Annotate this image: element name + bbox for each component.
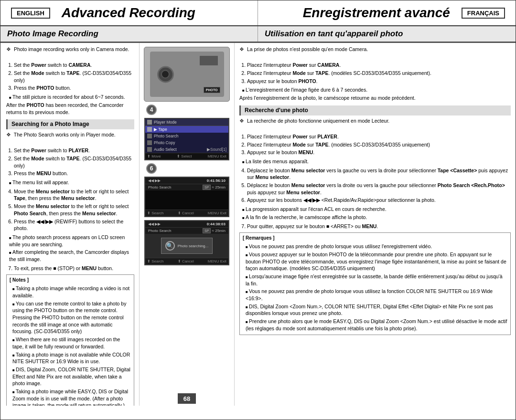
right-steps1: Placez l'interrupteur Power sur CAMERA. … — [239, 62, 511, 84]
photo-search-screen2: ◀◀ ▶▶ 0:44:38:03 Photo Search SP ≈ 25min… — [144, 220, 229, 265]
right-steps3: Déplacez le bouton Menu selector vers la… — [239, 167, 511, 204]
list-item: Placez l'interrupteur Power sur PLAYER. — [247, 133, 511, 140]
list-item: When there are no still images recorded … — [12, 336, 131, 350]
list-item: After completing the search, the Camcord… — [9, 249, 134, 262]
list-item: Press the ◀◀/▶▶ (REW/FF) buttons to sele… — [14, 218, 134, 232]
right-intro: ❖ La prise de photos n'est possible qu'e… — [239, 46, 511, 53]
list-item: Placez l'interrupteur Mode sur TAPE. (mo… — [247, 70, 511, 77]
left-step7: To exit, press the ■ (STOP) or MENU butt… — [6, 265, 134, 272]
left-bullets2: The menu list will appear. — [6, 179, 134, 186]
list-item: DIS, Digital Zoom, COLOR NITE SHUTTER, D… — [12, 366, 131, 387]
menu-row-photosearch: Photo Search — [145, 133, 228, 139]
notes-title: [ Notes ] — [10, 277, 131, 284]
list-item: Placez l'interrupteur Mode sur TAPE. (mo… — [247, 141, 511, 148]
menu-icon — [147, 127, 152, 132]
main-content: ❖ Photo image recording works only in Ca… — [0, 43, 516, 406]
right-notes-title: [ Remarques ] — [243, 235, 507, 242]
left-after-photo: After the PHOTO has been recorded, the C… — [6, 102, 134, 116]
list-item: You can use the remote control to take a… — [12, 300, 131, 335]
step-badge-6: 6 — [146, 163, 157, 174]
left-column: ❖ Photo image recording works only in Ca… — [0, 43, 139, 406]
notes-section: [ Notes ] Taking a photo image while rec… — [6, 274, 134, 406]
searching-label-box: 🔍 Photo searching... — [161, 238, 213, 254]
center-column: PHOTO 4 Player Mode ▶ Tape Photo Search — [139, 43, 235, 406]
list-item: Set the Power switch to PLAYER. — [14, 147, 134, 154]
header-right: Enregistrement avancé FRANÇAIS — [258, 0, 516, 25]
right-steps2: Placez l'interrupteur Power sur PLAYER. … — [239, 133, 511, 156]
subsection-recherche: Recherche d'une photo — [239, 105, 511, 116]
left-steps1: Set the Power switch to CAMERA. Set the … — [6, 62, 134, 92]
list-item: Press the PHOTO button. — [14, 84, 134, 92]
list-item: Press the MENU button. — [14, 170, 134, 177]
list-item: The photo search process appears on LCD … — [9, 234, 134, 248]
page: ENGLISH Advanced Recording Enregistremen… — [0, 0, 516, 420]
menu-row-playermode: Player Mode — [145, 119, 228, 126]
list-item: Set the Mode switch to TAPE. (SC-D353/D3… — [14, 155, 134, 169]
list-item: The still picture is recorded for about … — [9, 94, 134, 101]
section-headers: Photo Image Recording Utilisation en tan… — [0, 26, 516, 43]
right-bullets1: L'enregistrement de l'image figée dure 6… — [239, 86, 511, 94]
list-item: Move the Menu selector to the left or ri… — [14, 203, 134, 217]
list-item: Déplacez le bouton Menu selector vers la… — [247, 182, 511, 196]
title-english: Advanced Recording — [56, 2, 201, 23]
list-item: Placez l'interrupteur Power sur CAMERA. — [247, 62, 511, 69]
right-step7: Pour quitter, appuyez sur le bouton ■ <A… — [239, 223, 511, 230]
right-column: ❖ La prise de photos n'est possible qu'e… — [235, 43, 516, 406]
list-item: L'enregistrement de l'image figée dure 6… — [242, 86, 511, 94]
menu-icon — [147, 134, 152, 138]
right-notes-section: [ Remarques ] Vous ne pouvez pas prendre… — [239, 232, 511, 335]
ps1-header: ◀◀ ▶▶ 0:41:56:10 — [145, 178, 228, 184]
header-left: ENGLISH Advanced Recording — [0, 0, 258, 25]
camera-photo-label: PHOTO — [204, 87, 220, 93]
list-item: Déplacez le bouton Menu selector vers la… — [247, 167, 511, 181]
menu-icon — [147, 147, 152, 152]
list-item: The menu list will appear. — [9, 179, 134, 186]
right-bullets3: La progression apparaît sur l'écran ACL … — [239, 206, 511, 220]
list-item: Vous ne pouvez pas prendre de photo lors… — [246, 243, 507, 250]
ps2-info: Photo Search SP ≈ 25min — [145, 227, 228, 234]
camera-lens — [157, 66, 174, 83]
list-item: Set the Power switch to CAMERA. — [14, 62, 134, 69]
ps1-info: Photo Search SP ≈ 25min — [145, 184, 228, 190]
menu-icon — [147, 120, 152, 125]
ps2-searching: 🔍 Photo searching... — [145, 234, 228, 258]
step-badge-4: 4 — [146, 105, 157, 115]
left-steps3: Move the Menu selector to the left or ri… — [6, 188, 134, 232]
menu-icon — [147, 140, 152, 145]
list-item: Taking a photo image while recording a v… — [12, 285, 131, 299]
list-item: Appuyez sur les boutons ◀◀/▶▶ <Ret.Rapid… — [247, 197, 511, 204]
list-item: A la fin de la recherche, le caméscope a… — [242, 214, 511, 221]
ps1-video — [145, 190, 228, 210]
viewfinder — [199, 55, 218, 66]
right-notes-list: Vous ne pouvez pas prendre de photo lors… — [243, 243, 507, 332]
list-item: Pour quitter, appuyez sur le bouton ■ <A… — [247, 223, 511, 230]
header: ENGLISH Advanced Recording Enregistremen… — [0, 0, 516, 26]
list-item: Lorsqu'aucune image figée n'est enregist… — [246, 273, 507, 287]
left-intro: ❖ Photo image recording works only in Ca… — [6, 46, 134, 53]
list-item: To exit, press the ■ (STOP) or MENU butt… — [14, 265, 134, 272]
list-item: La liste des menus apparaît. — [242, 158, 511, 165]
list-item: Set the Mode switch to TAPE. (SC-D353/D3… — [14, 70, 134, 84]
right-search-intro: ❖ La recherche de photo fonctionne uniqu… — [239, 117, 511, 125]
notes-list: Taking a photo image while recording a v… — [10, 285, 131, 406]
section-title-left: Photo Image Recording — [0, 26, 258, 42]
camera-body: PHOTO — [150, 52, 224, 97]
list-item: Prendre une photo alors que le mode EASY… — [246, 318, 507, 332]
list-item: Vous pouvez appuyer sur le bouton PHOTO … — [246, 251, 507, 272]
list-item: Taking a photo image while EASY.Q, DIS o… — [12, 388, 131, 406]
ps2-header: ◀◀ ▶▶ 0:44:38:03 — [145, 221, 228, 227]
menu-row-photocopy: Photo Copy — [145, 139, 228, 146]
list-item: Vous ne pouvez pas prendre de photo lors… — [246, 288, 507, 302]
left-steps2: Set the Power switch to PLAYER. Set the … — [6, 147, 134, 177]
search-icon: 🔍 — [165, 241, 175, 251]
section-title-right: Utilisation en tant qu'appareil photo — [258, 26, 516, 42]
menu-row-tape: ▶ Tape — [145, 126, 228, 133]
lens-inner — [161, 70, 170, 79]
right-bullets2: La liste des menus apparaît. — [239, 158, 511, 165]
search-intro: ❖ The Photo Search works only in Player … — [6, 131, 134, 138]
lang-french: FRANÇAIS — [462, 8, 505, 19]
menu-footer: ⬆ Move ⬆ Select MENU Exit — [145, 153, 228, 159]
menu-screen: Player Mode ▶ Tape Photo Search Photo Co… — [144, 118, 229, 160]
list-item: Appuyez sur le bouton MENU. — [247, 149, 511, 156]
title-french: Enregistrement avancé — [297, 2, 456, 23]
